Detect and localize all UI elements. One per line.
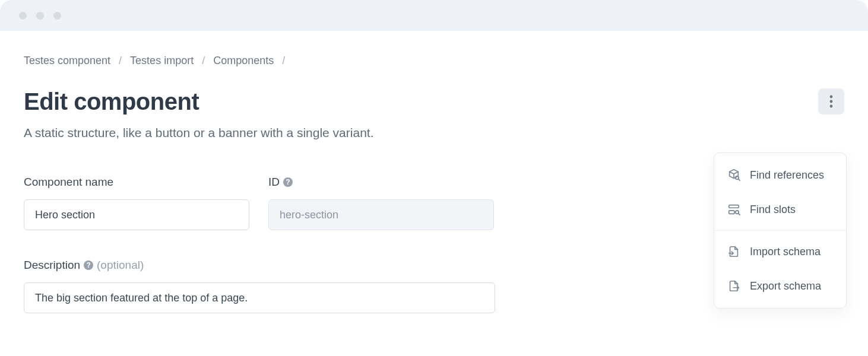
component-name-field: Component name (24, 176, 249, 230)
menu-label: Import schema (750, 246, 821, 258)
slots-icon (727, 203, 740, 216)
menu-find-references[interactable]: Find references (714, 158, 846, 192)
more-vertical-icon (829, 95, 833, 108)
window-control-zoom[interactable] (53, 12, 61, 20)
actions-dropdown: Find references Find slots Import schema (714, 152, 847, 309)
breadcrumb-sep: / (202, 55, 205, 67)
menu-divider (714, 230, 846, 231)
menu-export-schema[interactable]: Export schema (714, 269, 846, 303)
optional-hint: (optional) (97, 259, 144, 272)
window-control-minimize[interactable] (36, 12, 44, 20)
component-name-label: Component name (24, 176, 249, 189)
box-search-icon (727, 169, 740, 182)
svg-point-1 (830, 100, 833, 103)
breadcrumb-sep: / (282, 55, 285, 67)
svg-point-2 (830, 105, 833, 108)
description-label-text: Description (24, 259, 80, 272)
svg-rect-5 (729, 211, 734, 214)
breadcrumb-link-0[interactable]: Testes component (24, 55, 110, 67)
component-id-field: ID ? (268, 176, 494, 230)
breadcrumb-link-1[interactable]: Testes import (130, 55, 194, 67)
id-label-text: ID (268, 176, 280, 189)
component-id-label: ID ? (268, 176, 494, 189)
breadcrumb: Testes component / Testes import / Compo… (24, 55, 844, 67)
description-input[interactable] (24, 282, 495, 313)
menu-label: Find references (750, 169, 824, 182)
menu-find-slots[interactable]: Find slots (714, 192, 846, 227)
page-title: Edit component (24, 88, 373, 115)
menu-label: Find slots (750, 204, 796, 216)
file-import-icon (727, 245, 740, 258)
svg-rect-4 (729, 205, 739, 208)
help-icon[interactable]: ? (84, 260, 93, 270)
component-name-input[interactable] (24, 199, 249, 230)
more-actions-button[interactable] (818, 88, 844, 115)
window-titlebar (0, 0, 868, 31)
breadcrumb-link-2[interactable]: Components (213, 55, 274, 67)
page-content: Testes component / Testes import / Compo… (0, 31, 868, 313)
help-icon[interactable]: ? (283, 177, 293, 187)
svg-point-0 (830, 96, 833, 98)
app-window: Testes component / Testes import / Compo… (0, 0, 868, 356)
component-id-input (268, 199, 494, 230)
breadcrumb-sep: / (119, 55, 122, 67)
menu-import-schema[interactable]: Import schema (714, 234, 846, 269)
page-subtitle: A static structure, like a button or a b… (24, 126, 373, 140)
file-export-icon (727, 279, 740, 293)
menu-label: Export schema (750, 280, 821, 293)
window-control-close[interactable] (19, 12, 27, 20)
